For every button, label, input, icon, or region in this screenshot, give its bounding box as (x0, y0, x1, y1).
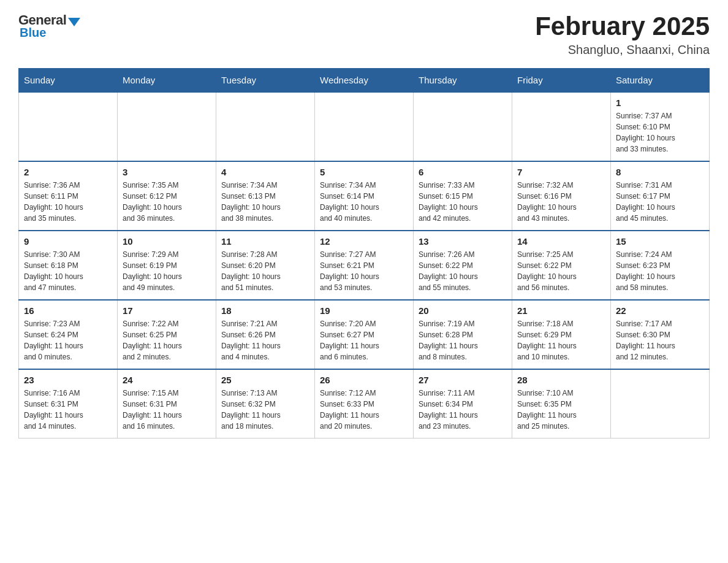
day-number: 26 (320, 375, 408, 385)
calendar-cell: 20Sunrise: 7:19 AM Sunset: 6:28 PM Dayli… (414, 300, 512, 369)
calendar-cell (414, 92, 512, 161)
day-number: 15 (616, 236, 704, 247)
calendar-cell: 7Sunrise: 7:32 AM Sunset: 6:16 PM Daylig… (512, 161, 611, 231)
day-info: Sunrise: 7:36 AM Sunset: 6:11 PM Dayligh… (24, 180, 112, 224)
calendar-cell: 25Sunrise: 7:13 AM Sunset: 6:32 PM Dayli… (216, 369, 315, 439)
logo-arrow-icon (68, 18, 80, 26)
day-info: Sunrise: 7:17 AM Sunset: 6:30 PM Dayligh… (616, 318, 704, 362)
week-row-3: 16Sunrise: 7:23 AM Sunset: 6:24 PM Dayli… (19, 300, 710, 369)
calendar-cell: 6Sunrise: 7:33 AM Sunset: 6:15 PM Daylig… (414, 161, 512, 231)
calendar-cell: 18Sunrise: 7:21 AM Sunset: 6:26 PM Dayli… (216, 300, 315, 369)
day-info: Sunrise: 7:32 AM Sunset: 6:16 PM Dayligh… (517, 180, 605, 224)
calendar-cell: 1Sunrise: 7:37 AM Sunset: 6:10 PM Daylig… (611, 92, 710, 161)
calendar-cell: 4Sunrise: 7:34 AM Sunset: 6:13 PM Daylig… (216, 161, 315, 231)
header-monday: Monday (118, 69, 216, 93)
calendar-cell: 17Sunrise: 7:22 AM Sunset: 6:25 PM Dayli… (118, 300, 216, 369)
week-row-0: 1Sunrise: 7:37 AM Sunset: 6:10 PM Daylig… (19, 92, 710, 161)
day-info: Sunrise: 7:37 AM Sunset: 6:10 PM Dayligh… (616, 110, 704, 155)
day-number: 21 (517, 305, 605, 316)
day-info: Sunrise: 7:19 AM Sunset: 6:28 PM Dayligh… (419, 318, 507, 362)
calendar-cell: 5Sunrise: 7:34 AM Sunset: 6:14 PM Daylig… (315, 161, 414, 231)
day-info: Sunrise: 7:21 AM Sunset: 6:26 PM Dayligh… (221, 318, 309, 362)
header-saturday: Saturday (611, 69, 710, 93)
calendar-cell: 8Sunrise: 7:31 AM Sunset: 6:17 PM Daylig… (611, 161, 710, 231)
calendar-cell: 10Sunrise: 7:29 AM Sunset: 6:19 PM Dayli… (118, 231, 216, 300)
day-number: 28 (517, 375, 605, 385)
day-number: 3 (123, 167, 211, 177)
calendar-cell: 27Sunrise: 7:11 AM Sunset: 6:34 PM Dayli… (414, 369, 512, 439)
day-number: 11 (221, 236, 309, 247)
day-info: Sunrise: 7:12 AM Sunset: 6:33 PM Dayligh… (320, 388, 408, 432)
day-number: 8 (616, 167, 704, 177)
day-number: 25 (221, 375, 309, 385)
day-info: Sunrise: 7:26 AM Sunset: 6:22 PM Dayligh… (419, 249, 507, 293)
day-info: Sunrise: 7:20 AM Sunset: 6:27 PM Dayligh… (320, 318, 408, 362)
calendar-cell: 13Sunrise: 7:26 AM Sunset: 6:22 PM Dayli… (414, 231, 512, 300)
calendar-cell: 26Sunrise: 7:12 AM Sunset: 6:33 PM Dayli… (315, 369, 414, 439)
logo-blue-text: Blue (18, 26, 46, 40)
day-number: 12 (320, 236, 408, 247)
calendar-cell: 9Sunrise: 7:30 AM Sunset: 6:18 PM Daylig… (19, 231, 118, 300)
calendar-cell (611, 369, 710, 439)
day-info: Sunrise: 7:16 AM Sunset: 6:31 PM Dayligh… (24, 388, 112, 432)
title-block: February 2025 Shangluo, Shaanxi, China (535, 12, 710, 57)
header-tuesday: Tuesday (216, 69, 315, 93)
day-number: 22 (616, 305, 704, 316)
calendar-cell: 12Sunrise: 7:27 AM Sunset: 6:21 PM Dayli… (315, 231, 414, 300)
day-info: Sunrise: 7:15 AM Sunset: 6:31 PM Dayligh… (123, 388, 211, 432)
day-number: 17 (123, 305, 211, 316)
calendar-cell: 11Sunrise: 7:28 AM Sunset: 6:20 PM Dayli… (216, 231, 315, 300)
header-wednesday: Wednesday (315, 69, 414, 93)
calendar-cell (19, 92, 118, 161)
calendar-cell (512, 92, 611, 161)
calendar-cell (216, 92, 315, 161)
day-info: Sunrise: 7:34 AM Sunset: 6:14 PM Dayligh… (320, 180, 408, 224)
logo: General Blue (18, 12, 80, 40)
calendar-cell: 3Sunrise: 7:35 AM Sunset: 6:12 PM Daylig… (118, 161, 216, 231)
month-title: February 2025 (535, 12, 710, 40)
calendar-cell: 16Sunrise: 7:23 AM Sunset: 6:24 PM Dayli… (19, 300, 118, 369)
location-title: Shangluo, Shaanxi, China (535, 43, 710, 57)
day-info: Sunrise: 7:11 AM Sunset: 6:34 PM Dayligh… (419, 388, 507, 432)
page-header: General Blue February 2025 Shangluo, Sha… (18, 12, 710, 57)
header-thursday: Thursday (414, 69, 512, 93)
week-row-1: 2Sunrise: 7:36 AM Sunset: 6:11 PM Daylig… (19, 161, 710, 231)
day-number: 23 (24, 375, 112, 385)
day-number: 13 (419, 236, 507, 247)
day-info: Sunrise: 7:35 AM Sunset: 6:12 PM Dayligh… (123, 180, 211, 224)
day-info: Sunrise: 7:27 AM Sunset: 6:21 PM Dayligh… (320, 249, 408, 293)
day-number: 27 (419, 375, 507, 385)
day-number: 5 (320, 167, 408, 177)
day-number: 18 (221, 305, 309, 316)
day-info: Sunrise: 7:25 AM Sunset: 6:22 PM Dayligh… (517, 249, 605, 293)
day-number: 7 (517, 167, 605, 177)
week-row-4: 23Sunrise: 7:16 AM Sunset: 6:31 PM Dayli… (19, 369, 710, 439)
day-info: Sunrise: 7:24 AM Sunset: 6:23 PM Dayligh… (616, 249, 704, 293)
day-info: Sunrise: 7:18 AM Sunset: 6:29 PM Dayligh… (517, 318, 605, 362)
calendar-table: Sunday Monday Tuesday Wednesday Thursday… (18, 68, 710, 439)
day-number: 16 (24, 305, 112, 316)
calendar-cell: 24Sunrise: 7:15 AM Sunset: 6:31 PM Dayli… (118, 369, 216, 439)
week-row-2: 9Sunrise: 7:30 AM Sunset: 6:18 PM Daylig… (19, 231, 710, 300)
calendar-cell: 21Sunrise: 7:18 AM Sunset: 6:29 PM Dayli… (512, 300, 611, 369)
day-info: Sunrise: 7:28 AM Sunset: 6:20 PM Dayligh… (221, 249, 309, 293)
calendar-cell: 15Sunrise: 7:24 AM Sunset: 6:23 PM Dayli… (611, 231, 710, 300)
day-info: Sunrise: 7:33 AM Sunset: 6:15 PM Dayligh… (419, 180, 507, 224)
day-info: Sunrise: 7:23 AM Sunset: 6:24 PM Dayligh… (24, 318, 112, 362)
calendar-cell: 28Sunrise: 7:10 AM Sunset: 6:35 PM Dayli… (512, 369, 611, 439)
day-info: Sunrise: 7:34 AM Sunset: 6:13 PM Dayligh… (221, 180, 309, 224)
day-number: 6 (419, 167, 507, 177)
calendar-cell: 2Sunrise: 7:36 AM Sunset: 6:11 PM Daylig… (19, 161, 118, 231)
calendar-cell (315, 92, 414, 161)
day-info: Sunrise: 7:30 AM Sunset: 6:18 PM Dayligh… (24, 249, 112, 293)
day-number: 4 (221, 167, 309, 177)
day-info: Sunrise: 7:13 AM Sunset: 6:32 PM Dayligh… (221, 388, 309, 432)
calendar-cell: 23Sunrise: 7:16 AM Sunset: 6:31 PM Dayli… (19, 369, 118, 439)
header-sunday: Sunday (19, 69, 118, 93)
calendar-cell: 22Sunrise: 7:17 AM Sunset: 6:30 PM Dayli… (611, 300, 710, 369)
day-number: 9 (24, 236, 112, 247)
day-number: 14 (517, 236, 605, 247)
day-number: 20 (419, 305, 507, 316)
day-info: Sunrise: 7:22 AM Sunset: 6:25 PM Dayligh… (123, 318, 211, 362)
day-number: 19 (320, 305, 408, 316)
